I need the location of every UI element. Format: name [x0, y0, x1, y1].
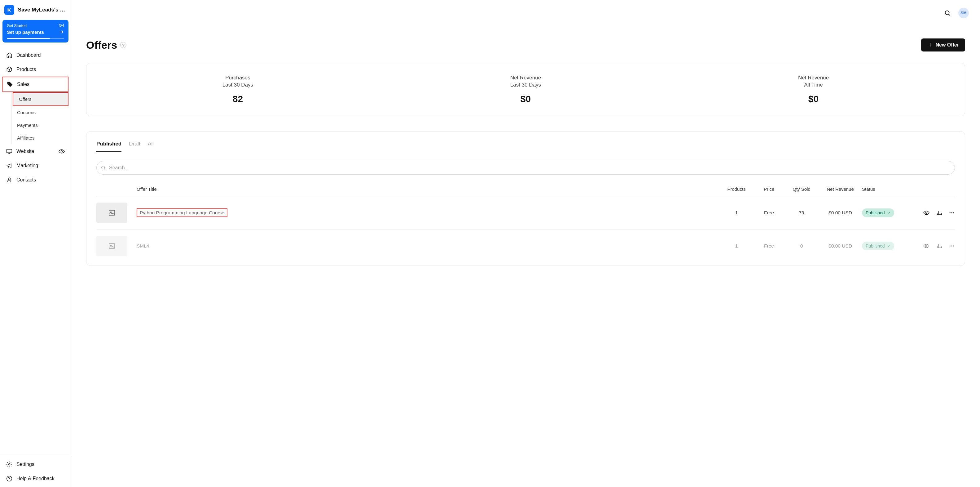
cell-price: Free	[754, 210, 784, 216]
chevron-down-icon	[887, 244, 891, 248]
offer-title-link[interactable]: SML4	[137, 243, 150, 249]
page-title: Offers	[86, 39, 117, 51]
get-started-progress-bar	[7, 38, 64, 39]
bar-chart-icon[interactable]	[936, 210, 942, 216]
search-wrap	[96, 161, 955, 175]
sidebar-footer: Settings Help & Feedback	[0, 456, 71, 487]
bar-chart-icon[interactable]	[936, 243, 942, 249]
status-badge[interactable]: Published	[862, 208, 894, 217]
box-icon	[6, 66, 13, 73]
search-input[interactable]	[96, 161, 955, 175]
gear-icon	[6, 461, 13, 468]
sidebar-item-marketing[interactable]: Marketing	[3, 158, 68, 173]
sidebar-item-dashboard[interactable]: Dashboard	[3, 48, 68, 62]
search-icon	[101, 165, 106, 171]
sales-subitems: Offers Coupons Payments Affiliates	[11, 92, 68, 144]
cell-qty: 79	[784, 210, 819, 216]
help-circle-icon	[6, 476, 13, 482]
offer-thumbnail[interactable]	[96, 236, 127, 256]
eye-icon[interactable]	[59, 148, 65, 155]
avatar[interactable]: SM	[958, 8, 969, 18]
table-row: SML4 1 Free 0 $0.00 USD Published	[96, 230, 955, 256]
sidebar-item-contacts[interactable]: Contacts	[3, 173, 68, 187]
sidebar-item-label: Contacts	[16, 177, 36, 183]
app-logo[interactable]	[4, 5, 14, 15]
sidebar-item-website[interactable]: Website	[3, 144, 68, 158]
offer-title-link[interactable]: Python Programming Language Course	[137, 208, 228, 217]
more-horizontal-icon[interactable]	[949, 243, 955, 249]
sidebar-item-products[interactable]: Products	[3, 62, 68, 77]
header-title: Offer Title	[137, 187, 719, 192]
svg-point-10	[950, 212, 951, 213]
cell-price: Free	[754, 243, 784, 249]
svg-point-16	[950, 245, 951, 246]
user-icon	[6, 177, 13, 183]
content: Offers ? New Offer Purchases Last 30 Day…	[71, 26, 980, 487]
sidebar-item-label: Settings	[16, 461, 34, 467]
svg-point-2	[8, 178, 11, 180]
cell-products: 1	[719, 243, 754, 249]
sidebar-subitem-payments[interactable]: Payments	[11, 119, 68, 131]
offers-card: Published Draft All Offer Title Products…	[86, 131, 965, 266]
status-badge[interactable]: Published	[862, 242, 894, 250]
tab-published[interactable]: Published	[96, 141, 121, 152]
svg-rect-13	[109, 244, 115, 249]
sidebar-item-label: Marketing	[16, 163, 38, 168]
image-icon	[108, 209, 116, 217]
offer-thumbnail[interactable]	[96, 203, 127, 223]
table-row: Python Programming Language Course 1 Fre…	[96, 196, 955, 230]
plus-icon	[928, 42, 933, 48]
more-horizontal-icon[interactable]	[949, 210, 955, 216]
sidebar-subitem-affiliates[interactable]: Affiliates	[11, 131, 68, 144]
tab-all[interactable]: All	[148, 141, 154, 152]
header-products: Products	[719, 187, 754, 192]
workspace-name[interactable]: Save MyLeads's F...	[18, 7, 67, 13]
new-offer-button[interactable]: New Offer	[921, 38, 965, 51]
help-icon[interactable]: ?	[120, 42, 126, 48]
sidebar-item-help[interactable]: Help & Feedback	[3, 471, 68, 486]
svg-point-11	[951, 212, 952, 213]
monitor-icon	[6, 148, 13, 155]
sidebar-item-label: Dashboard	[16, 53, 41, 58]
header-qty: Qty Sold	[784, 187, 819, 192]
home-icon	[6, 52, 13, 58]
offers-table: Offer Title Products Price Qty Sold Net …	[96, 182, 955, 256]
header-price: Price	[754, 187, 784, 192]
sidebar-item-settings[interactable]: Settings	[3, 457, 68, 471]
sidebar-subitem-offers[interactable]: Offers	[13, 92, 68, 106]
get-started-card[interactable]: Get Started 3/4 Set up payments	[3, 20, 68, 43]
svg-rect-7	[109, 210, 115, 215]
sidebar-item-label: Help & Feedback	[16, 476, 54, 481]
stat-net-revenue-30: Net Revenue Last 30 Days $0	[382, 75, 670, 104]
sidebar-item-label: Products	[16, 67, 36, 72]
cell-revenue: $0.00 USD	[819, 243, 862, 249]
topbar: SM	[71, 0, 980, 26]
svg-rect-0	[7, 149, 12, 153]
svg-point-5	[945, 11, 949, 14]
megaphone-icon	[6, 163, 13, 169]
cell-revenue: $0.00 USD	[819, 210, 862, 216]
get-started-title: Set up payments	[7, 29, 44, 35]
stat-net-revenue-all: Net Revenue All Time $0	[670, 75, 958, 104]
search-icon[interactable]	[944, 10, 951, 16]
sidebar-subitem-coupons[interactable]: Coupons	[11, 106, 68, 119]
sidebar-header: Save MyLeads's F...	[0, 0, 71, 20]
stat-purchases: Purchases Last 30 Days 82	[94, 75, 382, 104]
cell-qty: 0	[784, 243, 819, 249]
sidebar-item-label: Website	[16, 148, 34, 154]
svg-point-3	[9, 464, 10, 465]
image-icon	[108, 242, 116, 250]
header-status: Status	[862, 187, 905, 192]
header-revenue: Net Revenue	[819, 187, 862, 192]
main: SM Offers ? New Offer Purchases Last 30 …	[71, 0, 980, 487]
svg-point-18	[953, 245, 954, 246]
svg-point-6	[102, 166, 105, 169]
get-started-progress: 3/4	[59, 24, 64, 28]
eye-icon[interactable]	[923, 210, 929, 216]
svg-point-15	[926, 245, 928, 247]
tab-draft[interactable]: Draft	[129, 141, 140, 152]
eye-icon[interactable]	[923, 243, 929, 249]
table-header: Offer Title Products Price Qty Sold Net …	[96, 182, 955, 196]
sidebar-item-sales[interactable]: Sales	[3, 77, 68, 92]
tabs: Published Draft All	[96, 141, 955, 152]
